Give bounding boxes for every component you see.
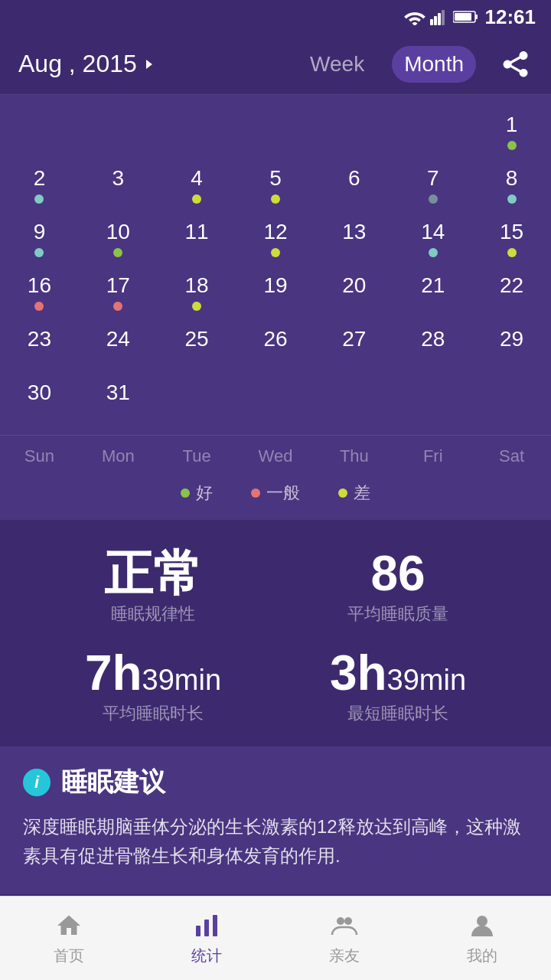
- svg-rect-2: [438, 13, 441, 25]
- calendar-day-27[interactable]: 27: [315, 322, 393, 375]
- calendar-day-17[interactable]: 17: [79, 268, 158, 322]
- calendar-day-7[interactable]: 7: [393, 161, 472, 214]
- calendar-day-10[interactable]: 10: [79, 214, 158, 268]
- calendar-empty: [393, 107, 472, 161]
- legend-good-dot: [181, 488, 190, 498]
- nav-friends[interactable]: 亲友: [276, 910, 413, 966]
- svg-rect-7: [196, 926, 201, 936]
- calendar-section: 1 2 3 4 5 6 7 8: [0, 95, 551, 520]
- advice-section: i 睡眠建议 深度睡眠期脑垂体分泌的生长激素的12释放达到高峰，这种激素具有促进…: [0, 746, 551, 894]
- nav-profile[interactable]: 我的: [413, 910, 551, 966]
- calendar-day-9[interactable]: 9: [0, 214, 79, 268]
- header-date[interactable]: Aug , 2015: [18, 50, 298, 78]
- calendar-empty: [79, 107, 158, 161]
- weekday-mon: Mon: [79, 442, 158, 471]
- stat-avg-duration-value: 7h39min: [85, 648, 221, 697]
- calendar-day-30[interactable]: 30: [0, 375, 79, 429]
- svg-rect-9: [213, 915, 217, 936]
- date-dropdown-icon[interactable]: [146, 60, 152, 69]
- day-14-dot: [429, 248, 438, 257]
- bottom-nav: 首页 统计 亲友 我的: [0, 896, 551, 980]
- stat-quality-value: 86: [370, 549, 425, 598]
- signal-icon: [430, 8, 448, 25]
- calendar-day-11[interactable]: 11: [158, 214, 236, 268]
- legend-ok-label: 一般: [266, 482, 300, 505]
- stat-min-min: 39min: [387, 664, 467, 696]
- weekday-thu: Thu: [315, 442, 393, 471]
- svg-rect-5: [475, 15, 478, 19]
- day-12-dot: [271, 248, 280, 257]
- calendar-day-4[interactable]: 4: [158, 161, 236, 214]
- calendar-day-2[interactable]: 2: [0, 161, 79, 214]
- day-4-dot: [192, 194, 201, 204]
- calendar-day-29[interactable]: 29: [472, 322, 551, 375]
- stat-quality: 86 平均睡眠质量: [276, 549, 520, 626]
- nav-stats-label: 统计: [191, 946, 222, 966]
- legend-bad: 差: [338, 482, 370, 505]
- calendar-day-28[interactable]: 28: [393, 322, 472, 375]
- day-1-dot: [507, 141, 517, 150]
- svg-point-12: [477, 916, 487, 926]
- calendar-day-12[interactable]: 12: [236, 214, 315, 268]
- advice-text: 深度睡眠期脑垂体分泌的生长激素的12释放达到高峰，这种激素具有促进骨骼生长和身体…: [23, 812, 528, 871]
- friends-icon: [328, 910, 361, 941]
- calendar-day-16[interactable]: 16: [0, 268, 79, 322]
- calendar-day-26[interactable]: 26: [236, 322, 315, 375]
- calendar-grid: 1 2 3 4 5 6 7 8: [0, 107, 551, 429]
- calendar-day-24[interactable]: 24: [79, 322, 158, 375]
- nav-home[interactable]: 首页: [0, 910, 138, 966]
- home-icon: [52, 910, 86, 941]
- stat-regularity: 正常 睡眠规律性: [31, 549, 276, 626]
- calendar-day-25[interactable]: 25: [158, 322, 236, 375]
- day-9-dot: [34, 248, 44, 257]
- day-17-dot: [113, 302, 122, 311]
- calendar-day-21[interactable]: 21: [393, 268, 472, 322]
- stats-section: 正常 睡眠规律性 86 平均睡眠质量 7h39min 平均睡眠时长 3h39mi…: [0, 526, 551, 740]
- legend-good-label: 好: [196, 482, 213, 505]
- calendar-day-13[interactable]: 13: [315, 214, 393, 268]
- stat-min-h: 3h: [330, 645, 387, 701]
- svg-rect-6: [455, 13, 471, 21]
- calendar-empty: [158, 107, 236, 161]
- calendar-day-5[interactable]: 5: [236, 161, 315, 214]
- day-2-dot: [34, 194, 44, 204]
- battery-icon: [453, 10, 479, 24]
- stat-min-label: 最短睡眠时长: [347, 702, 448, 725]
- calendar-day-15[interactable]: 15: [472, 214, 551, 268]
- calendar-empty: [315, 107, 393, 161]
- calendar-day-3[interactable]: 3: [79, 161, 158, 214]
- legend-ok-dot: [251, 488, 260, 498]
- calendar-day-23[interactable]: 23: [0, 322, 79, 375]
- calendar-day-1[interactable]: 1: [472, 107, 551, 161]
- legend-bad-label: 差: [354, 482, 370, 505]
- svg-rect-1: [434, 16, 437, 25]
- svg-rect-0: [430, 19, 433, 25]
- calendar-day-6[interactable]: 6: [315, 161, 393, 214]
- stat-avg-duration: 7h39min 平均睡眠时长: [31, 648, 276, 725]
- status-bar: 12:61: [0, 0, 551, 34]
- wifi-icon: [404, 8, 425, 25]
- day-8-dot: [507, 194, 517, 204]
- nav-profile-label: 我的: [467, 946, 497, 966]
- stat-avg-min: 39min: [142, 664, 222, 696]
- svg-rect-3: [442, 10, 445, 25]
- calendar-day-31[interactable]: 31: [79, 375, 158, 429]
- calendar-day-8[interactable]: 8: [472, 161, 551, 214]
- calendar-day-22[interactable]: 22: [472, 268, 551, 322]
- calendar-day-20[interactable]: 20: [315, 268, 393, 322]
- calendar-day-19[interactable]: 19: [236, 268, 315, 322]
- stat-regularity-label: 睡眠规律性: [111, 603, 195, 626]
- legend-bad-dot: [338, 488, 347, 498]
- header: Aug , 2015 Week Month: [0, 34, 551, 95]
- date-label: Aug , 2015: [18, 50, 137, 78]
- calendar-day-14[interactable]: 14: [393, 214, 472, 268]
- share-button[interactable]: [499, 47, 533, 81]
- calendar-day-18[interactable]: 18: [158, 268, 236, 322]
- month-view-button[interactable]: Month: [392, 46, 476, 83]
- week-view-button[interactable]: Week: [298, 46, 377, 83]
- stat-quality-label: 平均睡眠质量: [347, 603, 448, 626]
- nav-stats[interactable]: 统计: [138, 910, 276, 966]
- day-15-dot: [507, 248, 517, 257]
- calendar-empty: [0, 107, 79, 161]
- stat-regularity-value: 正常: [104, 549, 202, 598]
